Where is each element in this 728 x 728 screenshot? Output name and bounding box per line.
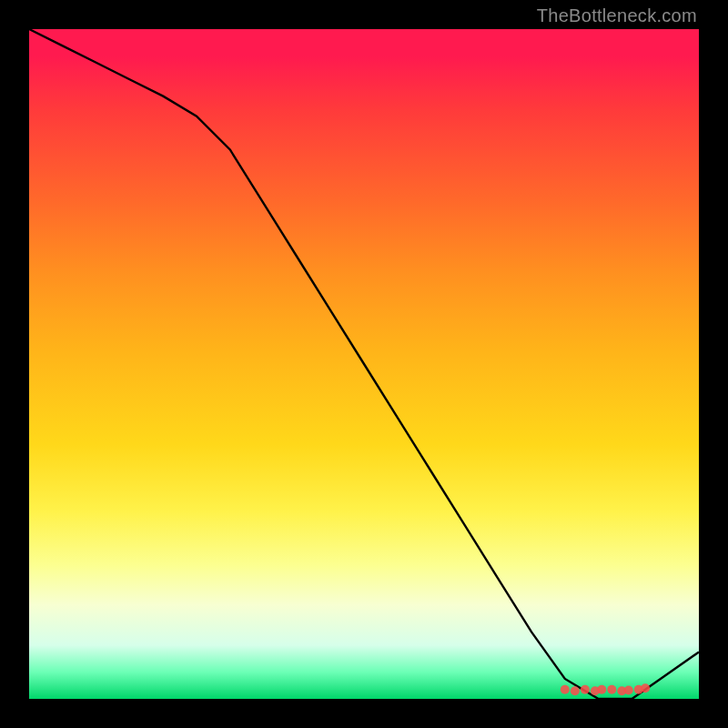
- data-marker: [624, 685, 633, 694]
- data-marker: [571, 686, 580, 695]
- data-marker: [581, 685, 590, 694]
- attribution-text: TheBottleneck.com: [537, 5, 697, 26]
- data-marker: [561, 685, 570, 694]
- data-marker: [641, 683, 650, 693]
- data-marker: [597, 685, 606, 694]
- plot-area: [29, 29, 699, 699]
- data-marker: [607, 685, 616, 694]
- bottleneck-curve: [29, 29, 699, 699]
- chart-svg: [29, 29, 699, 699]
- chart-frame: TheBottleneck.com: [0, 0, 728, 728]
